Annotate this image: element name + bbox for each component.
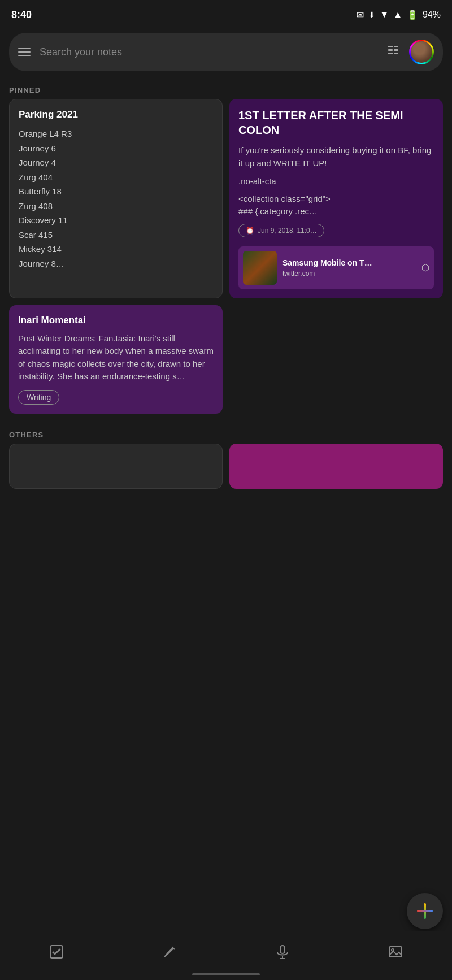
others-section: OTHERS [0,425,452,489]
note-code1: .no-alt-cta [238,175,434,188]
status-bar: 8:40 ✉ ⬇ ▼ ▲ 🔋 94% [0,0,452,28]
note-content-semicolon: If you're seriously considering buying i… [238,144,434,170]
link-thumbnail [243,251,277,285]
note-title-parking2021: Parking 2021 [19,109,213,121]
list-item: Journey 6 [19,141,213,156]
timestamp-badge: ⏰ Jun 9, 2018, 11:0… [238,224,324,237]
list-item: Zurg 404 [19,170,213,185]
svg-rect-11 [389,947,402,957]
others-card-1-text [19,453,213,469]
note-card-parking2021[interactable]: Parking 2021 Orange L4 R3 Journey 6 Jour… [9,99,223,298]
svg-rect-0 [388,46,393,47]
note-code2: <collection class="grid"> ### {.category… [238,193,434,218]
wifi-icon: ▼ [380,10,389,20]
svg-rect-4 [394,49,398,51]
others-card-2[interactable] [229,444,443,489]
fab-new-note[interactable] [407,893,443,929]
svg-rect-8 [280,946,285,953]
list-item: Journey 4 [19,155,213,170]
others-card-1[interactable] [9,444,223,489]
nav-checkbox-icon[interactable] [44,939,69,964]
svg-rect-3 [394,46,398,47]
nav-image-icon[interactable] [383,939,408,964]
others-grid [0,444,452,489]
pinned-section-label: PINNED [0,80,452,99]
list-item: Butterfly 18 [19,184,213,199]
avatar[interactable] [409,40,434,64]
external-link-icon[interactable]: ⬡ [421,262,429,273]
svg-rect-5 [394,53,398,54]
gmail-icon: ✉ [357,10,364,20]
battery-percent: 94% [423,10,441,20]
signal-icon: ▲ [393,10,402,20]
list-item: Mickey 314 [19,242,213,257]
others-section-label: OTHERS [0,425,452,444]
notes-grid: Parking 2021 Orange L4 R3 Journey 6 Jour… [0,99,452,414]
nav-brush-icon[interactable] [157,939,182,964]
home-indicator [192,973,260,975]
alarm-icon: ⏰ [246,227,254,235]
note-card-semicolon[interactable]: 1ST LETTER AFTER THE SEMI COLON If you'r… [229,99,443,298]
link-domain: twitter.com [282,270,416,277]
list-item: Orange L4 R3 [19,127,213,141]
view-toggle-icon[interactable] [386,44,400,60]
link-info: Samsung Mobile on T… twitter.com [282,258,416,277]
link-title: Samsung Mobile on T… [282,258,416,268]
link-preview[interactable]: Samsung Mobile on T… twitter.com ⬡ [238,246,434,289]
search-bar[interactable]: Search your notes [9,33,443,71]
note-title-semicolon: 1ST LETTER AFTER THE SEMI COLON [238,108,434,137]
svg-rect-2 [388,53,393,54]
status-time: 8:40 [11,9,32,21]
status-icons: ✉ ⬇ ▼ ▲ 🔋 94% [357,10,441,20]
note-content-inari: Post Winter Dreams: Fan.tasia: Inari's s… [18,332,214,383]
list-item: Zurg 408 [19,199,213,214]
menu-button[interactable] [18,48,31,56]
list-item: Scar 415 [19,228,213,242]
list-item: Discovery 11 [19,213,213,228]
note-card-inari[interactable]: Inari Momentai Post Winter Dreams: Fan.t… [9,305,223,414]
note-tag-writing[interactable]: Writing [18,390,59,405]
bottom-nav [0,931,452,980]
download-icon: ⬇ [368,10,375,19]
plus-icon [417,903,433,919]
list-item: Journey 8… [19,257,213,271]
battery-icon: 🔋 [407,10,418,20]
svg-rect-1 [388,49,393,51]
note-title-inari: Inari Momentai [18,314,214,327]
search-input[interactable]: Search your notes [40,46,377,58]
note-list-parking2021: Orange L4 R3 Journey 6 Journey 4 Zurg 40… [19,127,213,271]
nav-mic-icon[interactable] [270,939,295,964]
